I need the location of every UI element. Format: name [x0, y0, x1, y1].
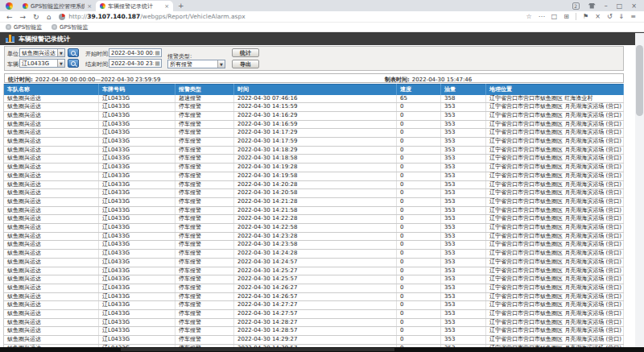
cell-time: 2022-04-30 14:22:28 — [234, 215, 397, 224]
cell-location: 辽宁省营口市营口市鲅鱼圈区 月亮湖海滨浴场 (营口) — [486, 241, 624, 250]
cell-fleet-name: 鲅鱼圈兴运达 — [4, 103, 99, 112]
reload-icon[interactable]: ↻ — [33, 13, 39, 21]
cell-alarm-type: 停车报警 — [175, 336, 234, 345]
more-actions-icon[interactable]: ⋯ — [539, 13, 545, 20]
cell-alarm-type: 停车报警 — [175, 224, 234, 233]
cell-fleet-name: 鲅鱼圈兴运达 — [4, 206, 99, 215]
cell-fuel: 353 — [441, 138, 486, 147]
cell-fuel: 353 — [441, 267, 486, 275]
url-scheme: http:// — [68, 13, 87, 20]
cell-alarm-type: 停车报警 — [175, 206, 234, 215]
cell-speed: 0 — [397, 206, 441, 215]
cell-time: 2022-04-30 14:27:57 — [234, 310, 397, 319]
stat-button[interactable]: 统计 — [232, 48, 259, 57]
cell-plate-number: 辽L0433G — [99, 258, 175, 267]
tab-gps-system[interactable]: GPS智能监控管理系统 × — [19, 1, 96, 11]
cell-location: 辽宁省营口市营口市鲅鱼圈区 月亮湖海滨浴场 (营口) — [486, 197, 624, 206]
cell-fuel: 353 — [441, 164, 486, 172]
tab-vehicle-alarm[interactable]: 车辆报警记录统计 × — [96, 1, 173, 11]
unit-label: 单位: — [7, 50, 20, 58]
cell-fleet-name: 鲅鱼圈兴运达 — [4, 215, 99, 224]
reading-mode-icon[interactable]: □ — [551, 13, 558, 20]
table-row: 鲅鱼圈兴运达 辽L0433G 停车报警 2022-04-30 14:24:57 … — [4, 258, 624, 267]
menu-icon[interactable]: ≡ — [630, 13, 636, 20]
bookmark-star-icon[interactable]: ☆ — [526, 13, 532, 20]
table-header-row: 车队名称 车牌号码 报警类型 时间 速度 油量 地理位置 — [4, 85, 624, 95]
alarm-type-select[interactable]: 所有报警 ▼ — [167, 60, 225, 68]
cell-speed: 0 — [397, 129, 441, 138]
back-icon[interactable]: ← — [6, 13, 13, 21]
page-scrollbar[interactable] — [635, 33, 644, 347]
forward-icon[interactable]: → — [20, 13, 27, 21]
table-row: 鲅鱼圈兴运达 辽L0433G 停车报警 2022-04-30 14:15:59 … — [4, 103, 624, 112]
cell-fuel: 353 — [441, 224, 486, 233]
chevron-down-icon[interactable]: ▼ — [217, 60, 225, 68]
cell-alarm-type: 停车报警 — [175, 318, 234, 327]
cell-speed: 0 — [397, 111, 441, 120]
cell-alarm-type: 停车报警 — [175, 250, 234, 259]
cell-time: 2022-04-30 14:20:58 — [234, 189, 397, 198]
url-text[interactable]: http://39.107.140.187/webgps/Report/Vehi… — [68, 13, 245, 20]
cell-speed: 0 — [397, 275, 441, 284]
site-info-icon[interactable] — [59, 14, 65, 20]
report-time-value: 2022-04-30 15:47:46 — [412, 77, 472, 83]
cell-time: 2022-04-30 14:18:29 — [234, 146, 397, 155]
favicon-vehicle-alarm — [100, 3, 105, 9]
vehicle-select[interactable]: 辽L0433G ▼ — [19, 59, 65, 68]
new-tab-button[interactable]: + — [178, 2, 184, 10]
col-location: 地理位置 — [486, 85, 624, 95]
extensions-grid-icon[interactable]: ⊞ — [564, 13, 569, 20]
cell-fuel: 353 — [441, 284, 486, 292]
table-row: 鲅鱼圈兴运达 辽L0433G 停车报警 2022-04-30 14:19:58 … — [4, 172, 624, 180]
home-icon[interactable]: ⌂ — [47, 13, 52, 21]
flag-icon[interactable]: ⚑ — [583, 13, 588, 20]
tab-close-icon[interactable]: × — [87, 3, 92, 10]
vehicle-select-value: 辽L0433G — [20, 60, 57, 68]
cell-plate-number: 辽L0433G — [99, 120, 175, 129]
cell-fleet-name: 鲅鱼圈兴运达 — [4, 120, 99, 129]
cell-fuel: 353 — [441, 232, 486, 241]
chevron-down-icon[interactable]: ▼ — [57, 60, 64, 67]
calendar-icon[interactable]: ▦ — [154, 60, 161, 67]
cell-plate-number: 辽L0433G — [99, 267, 175, 275]
cell-alarm-type: 停车报警 — [175, 155, 234, 164]
filter-panel: 单位: 鲅鱼圈兴运达 ▼ 车辆: 辽L0433G ▼ 开始时间: 2022-04… — [4, 46, 624, 71]
cell-fuel: 353 — [441, 111, 486, 120]
unit-search-button[interactable] — [68, 48, 79, 57]
chevron-down-icon[interactable]: ▼ — [57, 49, 64, 56]
close-tool-icon[interactable]: × — [595, 13, 601, 20]
cell-fuel: 353 — [441, 301, 486, 310]
scrollbar-thumb[interactable] — [636, 45, 643, 116]
start-time-input[interactable]: 2022-04-30 00:00:00 ▦ — [109, 48, 162, 57]
bookmark-item-gps-1[interactable]: GPS智能监 — [6, 23, 42, 31]
undo-icon[interactable]: ↺ — [607, 13, 613, 20]
window-maximize-button[interactable]: □ — [617, 2, 623, 10]
window-minimize-button[interactable]: – — [605, 2, 608, 10]
window-close-button[interactable]: × — [631, 2, 637, 10]
vehicle-search-button[interactable] — [68, 59, 79, 68]
skin-icon[interactable] — [588, 3, 596, 9]
cell-time: 2022-04-30 14:27:27 — [234, 301, 397, 310]
bookmarks-bar: GPS智能监 GPS智能监 — [0, 23, 644, 32]
cell-location: 辽宁省营口市营口市鲅鱼圈区 月亮湖海滨浴场 (营口) — [486, 336, 624, 345]
unit-select[interactable]: 鲅鱼圈兴运达 ▼ — [19, 48, 65, 57]
session-count-badge[interactable]: 2 — [572, 2, 580, 10]
end-time-input[interactable]: 2022-04-30 23:59:59 ▦ — [109, 59, 162, 68]
browser-logo-icon[interactable] — [6, 2, 13, 10]
alarm-type-value: 所有报警 — [168, 60, 217, 68]
cell-fuel: 353 — [441, 197, 486, 206]
calendar-icon[interactable]: ▦ — [154, 50, 161, 56]
cell-alarm-type: 停车报警 — [175, 103, 234, 112]
cell-time: 2022-04-30 07:46:16 — [234, 95, 397, 103]
bookmark-item-gps-2[interactable]: GPS智能监 — [52, 23, 88, 31]
tab-close-icon[interactable]: × — [164, 3, 169, 10]
cell-fuel: 353 — [441, 241, 486, 250]
address-bar: ← → ↻ ⌂ http://39.107.140.187/webgps/Rep… — [0, 11, 644, 23]
download-icon[interactable]: ⇓ — [619, 13, 625, 20]
cell-location: 辽宁省营口市营口市鲅鱼圈区 月亮湖海滨浴场 (营口) — [486, 155, 624, 164]
col-fleet-name: 车队名称 — [4, 85, 99, 95]
url-field[interactable]: http://39.107.140.187/webgps/Report/Vehi… — [59, 12, 526, 21]
start-time-value: 2022-04-30 00:00:00 — [109, 50, 154, 56]
table-row: 鲅鱼圈兴运达 辽L0433G 停车报警 2022-04-30 14:28:27 … — [4, 318, 624, 327]
export-button[interactable]: 导出 — [232, 60, 259, 68]
